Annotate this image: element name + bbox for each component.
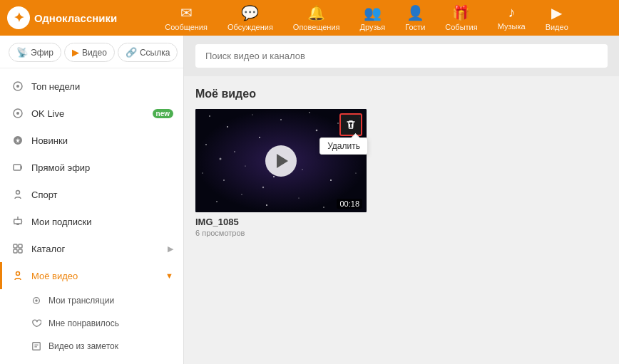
video-nav-icon: ▶ bbox=[551, 4, 562, 21]
sub-history[interactable]: История просмотров bbox=[0, 358, 183, 364]
new-icon bbox=[10, 132, 26, 148]
catalog-arrow-icon: ▶ bbox=[168, 244, 173, 254]
live-label: Прямой эфир bbox=[31, 162, 173, 173]
svg-point-14 bbox=[35, 299, 38, 302]
friends-icon: 👥 bbox=[364, 4, 382, 21]
from-notes-label: Видео из заметок bbox=[48, 341, 118, 351]
svg-point-49 bbox=[220, 158, 222, 160]
menu-catalog[interactable]: Каталог ▶ bbox=[0, 235, 183, 262]
svg-rect-4 bbox=[14, 165, 21, 170]
svg-rect-15 bbox=[33, 343, 41, 350]
subscriptions-icon bbox=[10, 214, 26, 229]
svg-point-12 bbox=[16, 272, 20, 276]
svg-point-50 bbox=[316, 130, 318, 132]
new-badge: new bbox=[153, 109, 173, 118]
search-input[interactable] bbox=[195, 44, 608, 68]
svg-point-31 bbox=[234, 151, 235, 152]
layout: 📡 Эфир ▶ Видео 🔗 Ссылка Топ недели bbox=[0, 36, 619, 364]
air-tab-icon: 📡 bbox=[16, 47, 28, 58]
menu-ok-live[interactable]: OK Live new bbox=[0, 100, 183, 127]
messages-icon: ✉ bbox=[180, 4, 193, 21]
svg-point-37 bbox=[223, 180, 225, 181]
tab-air[interactable]: 📡 Эфир bbox=[9, 43, 61, 62]
sidebar-menu: Топ недели OK Live new Новинки Прямой э bbox=[0, 68, 183, 364]
menu-subscriptions[interactable]: Мои подписки bbox=[0, 208, 183, 235]
menu-sport[interactable]: Спорт bbox=[0, 181, 183, 208]
nav-messages-label: Сообщения bbox=[165, 23, 208, 31]
nav-music-label: Музыка bbox=[498, 22, 526, 31]
top-week-icon bbox=[10, 78, 26, 94]
nav-friends[interactable]: 👥 Друзья bbox=[350, 4, 396, 31]
tab-video[interactable]: ▶ Видео bbox=[64, 43, 115, 62]
live-icon bbox=[10, 160, 26, 175]
video-title: IMG_1085 bbox=[195, 217, 367, 227]
svg-point-32 bbox=[259, 137, 260, 138]
svg-rect-9 bbox=[19, 244, 22, 248]
menu-new[interactable]: Новинки bbox=[0, 127, 183, 154]
top-nav-items: ✉ Сообщения 💬 Обсуждения 🔔 Оповещения 👥 … bbox=[121, 4, 612, 31]
play-button[interactable] bbox=[265, 145, 297, 177]
video-tab-icon: ▶ bbox=[72, 47, 79, 58]
nav-events-label: События bbox=[445, 23, 477, 31]
svg-point-51 bbox=[262, 187, 264, 188]
nav-video[interactable]: ▶ Видео bbox=[536, 4, 578, 31]
delete-tooltip: Удалить bbox=[319, 137, 368, 155]
svg-point-46 bbox=[298, 197, 299, 198]
tab-link[interactable]: 🔗 Ссылка bbox=[118, 43, 178, 62]
svg-point-6 bbox=[16, 191, 20, 194]
svg-point-42 bbox=[355, 172, 356, 173]
new-label: Новинки bbox=[31, 135, 173, 146]
ok-live-label: OK Live bbox=[31, 108, 153, 119]
menu-top-week[interactable]: Топ недели bbox=[0, 73, 183, 100]
my-video-arrow-icon: ▼ bbox=[165, 271, 173, 280]
trash-icon bbox=[345, 119, 357, 130]
nav-video-label: Видео bbox=[546, 23, 568, 31]
discussions-icon: 💬 bbox=[241, 4, 259, 21]
svg-point-40 bbox=[302, 169, 302, 170]
broadcasts-label: Мои трансляции bbox=[48, 296, 114, 306]
liked-label: Мне понравилось bbox=[48, 318, 119, 328]
logo[interactable]: ✦ Одноклассники bbox=[7, 6, 121, 29]
logo-text: Одноклассники bbox=[34, 12, 117, 24]
logo-icon: ✦ bbox=[7, 6, 30, 29]
ok-live-icon bbox=[10, 105, 26, 121]
top-nav: ✦ Одноклассники ✉ Сообщения 💬 Обсуждения… bbox=[0, 0, 619, 36]
tab-air-label: Эфир bbox=[31, 48, 53, 58]
svg-point-47 bbox=[323, 207, 324, 208]
sub-from-notes[interactable]: Видео из заметок bbox=[0, 335, 183, 358]
svg-point-3 bbox=[16, 112, 19, 115]
svg-point-25 bbox=[252, 114, 252, 115]
tab-video-label: Видео bbox=[82, 48, 107, 58]
section-title: Моё видео bbox=[195, 88, 608, 100]
sub-liked[interactable]: Мне понравилось bbox=[0, 312, 183, 335]
svg-point-45 bbox=[266, 204, 267, 206]
svg-point-24 bbox=[227, 126, 228, 128]
svg-point-36 bbox=[202, 172, 203, 173]
svg-point-30 bbox=[205, 144, 207, 145]
video-thumbnail[interactable]: 00:18 Удалить bbox=[195, 109, 367, 212]
main-content: Моё видео bbox=[184, 36, 619, 364]
svg-point-39 bbox=[273, 176, 275, 177]
svg-point-38 bbox=[245, 165, 245, 166]
nav-discussions[interactable]: 💬 Обсуждения bbox=[218, 4, 283, 31]
link-tab-icon: 🔗 bbox=[126, 47, 137, 58]
video-section: Моё видео bbox=[184, 76, 619, 249]
sub-my-broadcasts[interactable]: Мои трансляции bbox=[0, 289, 183, 312]
sidebar: 📡 Эфир ▶ Видео 🔗 Ссылка Топ недели bbox=[0, 36, 184, 364]
events-icon: 🎁 bbox=[452, 4, 470, 21]
delete-button[interactable] bbox=[339, 113, 362, 136]
nav-notifications[interactable]: 🔔 Оповещения bbox=[283, 4, 350, 31]
nav-guests[interactable]: 👤 Гости bbox=[395, 4, 435, 31]
guests-icon: 👤 bbox=[406, 4, 424, 21]
menu-my-video[interactable]: Моё видео ▼ bbox=[0, 262, 183, 289]
svg-point-27 bbox=[309, 112, 310, 113]
svg-point-1 bbox=[16, 85, 19, 88]
nav-music[interactable]: ♪ Музыка bbox=[488, 4, 536, 31]
svg-point-26 bbox=[280, 119, 282, 120]
notifications-icon: 🔔 bbox=[307, 4, 325, 21]
nav-messages[interactable]: ✉ Сообщения bbox=[155, 4, 218, 31]
svg-point-44 bbox=[241, 194, 242, 194]
delete-btn-overlay: Удалить bbox=[339, 113, 362, 136]
nav-events[interactable]: 🎁 События bbox=[435, 4, 487, 31]
menu-live[interactable]: Прямой эфир bbox=[0, 154, 183, 181]
